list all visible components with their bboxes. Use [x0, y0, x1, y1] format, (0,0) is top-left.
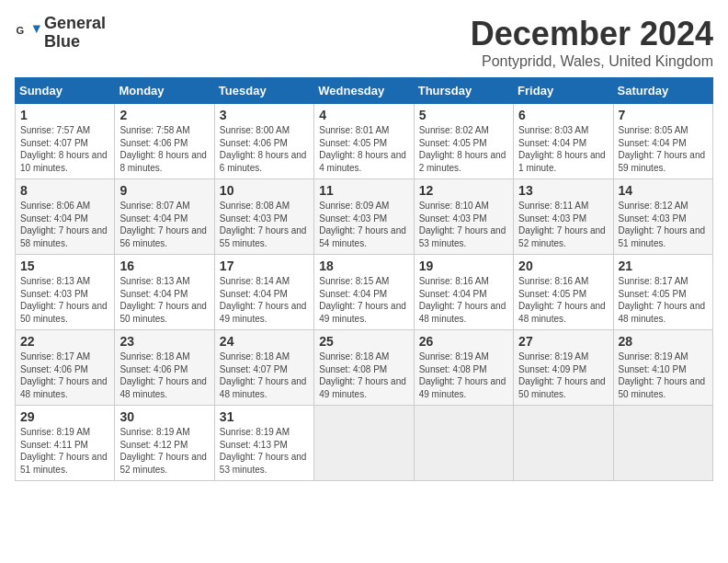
header-saturday: Saturday [613, 78, 712, 104]
cell-details: Sunrise: 8:19 AMSunset: 4:12 PMDaylight:… [119, 426, 209, 476]
cell-details: Sunrise: 8:16 AMSunset: 4:05 PMDaylight:… [518, 275, 608, 325]
day-number: 26 [419, 334, 508, 349]
day-number: 22 [20, 334, 109, 349]
cell-details: Sunrise: 7:58 AMSunset: 4:06 PMDaylight:… [119, 124, 209, 174]
calendar-cell: 25 Sunrise: 8:18 AMSunset: 4:08 PMDaylig… [314, 330, 414, 406]
week-row-5: 29 Sunrise: 8:19 AMSunset: 4:11 PMDaylig… [16, 406, 713, 481]
calendar-table: SundayMondayTuesdayWednesdayThursdayFrid… [15, 77, 713, 481]
day-number: 25 [319, 334, 408, 349]
cell-details: Sunrise: 8:05 AMSunset: 4:04 PMDaylight:… [619, 124, 708, 174]
logo: G General Blue [15, 15, 106, 52]
calendar-cell: 31 Sunrise: 8:19 AMSunset: 4:13 PMDaylig… [214, 406, 313, 481]
cell-details: Sunrise: 8:10 AMSunset: 4:03 PMDaylight:… [419, 200, 508, 249]
cell-details: Sunrise: 8:19 AMSunset: 4:08 PMDaylight:… [419, 350, 508, 400]
day-number: 30 [119, 409, 209, 424]
cell-details: Sunrise: 8:12 AMSunset: 4:03 PMDaylight:… [619, 200, 708, 249]
day-number: 24 [220, 334, 309, 349]
day-number: 29 [20, 409, 109, 424]
cell-details: Sunrise: 8:00 AMSunset: 4:06 PMDaylight:… [220, 124, 309, 174]
week-row-4: 22 Sunrise: 8:17 AMSunset: 4:06 PMDaylig… [16, 330, 713, 406]
svg-marker-1 [33, 25, 40, 32]
calendar-cell: 4 Sunrise: 8:01 AMSunset: 4:05 PMDayligh… [314, 104, 414, 179]
header-monday: Monday [115, 78, 214, 104]
cell-details: Sunrise: 8:13 AMSunset: 4:04 PMDaylight:… [119, 275, 209, 325]
header-sunday: Sunday [16, 78, 115, 104]
calendar-cell: 30 Sunrise: 8:19 AMSunset: 4:12 PMDaylig… [115, 406, 214, 481]
calendar-cell: 12 Sunrise: 8:10 AMSunset: 4:03 PMDaylig… [414, 179, 513, 255]
calendar-cell: 14 Sunrise: 8:12 AMSunset: 4:03 PMDaylig… [613, 179, 712, 255]
calendar-cell: 5 Sunrise: 8:02 AMSunset: 4:05 PMDayligh… [414, 104, 513, 179]
calendar-cell [514, 406, 613, 481]
cell-details: Sunrise: 8:17 AMSunset: 4:06 PMDaylight:… [20, 350, 109, 400]
calendar-cell: 7 Sunrise: 8:05 AMSunset: 4:04 PMDayligh… [613, 104, 712, 179]
cell-details: Sunrise: 8:17 AMSunset: 4:05 PMDaylight:… [619, 275, 708, 325]
location-title: Pontypridd, Wales, United Kingdom [471, 53, 713, 70]
calendar-cell: 22 Sunrise: 8:17 AMSunset: 4:06 PMDaylig… [16, 330, 115, 406]
day-number: 7 [619, 108, 708, 122]
day-number: 31 [220, 409, 309, 424]
header-wednesday: Wednesday [314, 78, 414, 104]
cell-details: Sunrise: 8:08 AMSunset: 4:03 PMDaylight:… [220, 200, 309, 249]
day-number: 20 [518, 259, 608, 273]
calendar-cell: 20 Sunrise: 8:16 AMSunset: 4:05 PMDaylig… [514, 255, 613, 330]
day-number: 21 [619, 259, 708, 273]
calendar-cell: 27 Sunrise: 8:19 AMSunset: 4:09 PMDaylig… [514, 330, 613, 406]
day-number: 10 [220, 183, 309, 198]
calendar-cell: 28 Sunrise: 8:19 AMSunset: 4:10 PMDaylig… [613, 330, 712, 406]
header-row: SundayMondayTuesdayWednesdayThursdayFrid… [16, 78, 713, 104]
calendar-cell [314, 406, 414, 481]
day-number: 17 [220, 259, 309, 273]
calendar-cell: 11 Sunrise: 8:09 AMSunset: 4:03 PMDaylig… [314, 179, 414, 255]
day-number: 23 [119, 334, 209, 349]
cell-details: Sunrise: 8:16 AMSunset: 4:04 PMDaylight:… [419, 275, 508, 325]
calendar-cell: 26 Sunrise: 8:19 AMSunset: 4:08 PMDaylig… [414, 330, 513, 406]
day-number: 27 [518, 334, 608, 349]
page-header: G General Blue December 2024 Pontypridd,… [15, 15, 713, 70]
cell-details: Sunrise: 8:07 AMSunset: 4:04 PMDaylight:… [119, 200, 209, 249]
calendar-cell: 1 Sunrise: 7:57 AMSunset: 4:07 PMDayligh… [16, 104, 115, 179]
calendar-cell [613, 406, 712, 481]
cell-details: Sunrise: 8:19 AMSunset: 4:13 PMDaylight:… [220, 426, 309, 476]
calendar-cell [414, 406, 513, 481]
cell-details: Sunrise: 8:03 AMSunset: 4:04 PMDaylight:… [518, 124, 608, 174]
day-number: 5 [419, 108, 508, 122]
cell-details: Sunrise: 8:14 AMSunset: 4:04 PMDaylight:… [220, 275, 309, 325]
week-row-2: 8 Sunrise: 8:06 AMSunset: 4:04 PMDayligh… [16, 179, 713, 255]
day-number: 13 [518, 183, 608, 198]
day-number: 14 [619, 183, 708, 198]
calendar-cell: 23 Sunrise: 8:18 AMSunset: 4:06 PMDaylig… [115, 330, 214, 406]
calendar-cell: 13 Sunrise: 8:11 AMSunset: 4:03 PMDaylig… [514, 179, 613, 255]
header-thursday: Thursday [414, 78, 513, 104]
calendar-cell: 16 Sunrise: 8:13 AMSunset: 4:04 PMDaylig… [115, 255, 214, 330]
cell-details: Sunrise: 8:01 AMSunset: 4:05 PMDaylight:… [319, 124, 408, 174]
day-number: 15 [20, 259, 109, 273]
week-row-3: 15 Sunrise: 8:13 AMSunset: 4:03 PMDaylig… [16, 255, 713, 330]
calendar-cell: 24 Sunrise: 8:18 AMSunset: 4:07 PMDaylig… [214, 330, 313, 406]
day-number: 18 [319, 259, 408, 273]
title-area: December 2024 Pontypridd, Wales, United … [471, 15, 713, 70]
calendar-cell: 29 Sunrise: 8:19 AMSunset: 4:11 PMDaylig… [16, 406, 115, 481]
logo-line2: Blue [44, 33, 106, 52]
cell-details: Sunrise: 8:13 AMSunset: 4:03 PMDaylight:… [20, 275, 109, 325]
cell-details: Sunrise: 8:02 AMSunset: 4:05 PMDaylight:… [419, 124, 508, 174]
day-number: 4 [319, 108, 408, 122]
day-number: 6 [518, 108, 608, 122]
day-number: 11 [319, 183, 408, 198]
cell-details: Sunrise: 8:19 AMSunset: 4:09 PMDaylight:… [518, 350, 608, 400]
header-tuesday: Tuesday [214, 78, 313, 104]
week-row-1: 1 Sunrise: 7:57 AMSunset: 4:07 PMDayligh… [16, 104, 713, 179]
calendar-cell: 19 Sunrise: 8:16 AMSunset: 4:04 PMDaylig… [414, 255, 513, 330]
cell-details: Sunrise: 7:57 AMSunset: 4:07 PMDaylight:… [20, 124, 109, 174]
day-number: 3 [220, 108, 309, 122]
cell-details: Sunrise: 8:18 AMSunset: 4:07 PMDaylight:… [220, 350, 309, 400]
calendar-cell: 8 Sunrise: 8:06 AMSunset: 4:04 PMDayligh… [16, 179, 115, 255]
cell-details: Sunrise: 8:11 AMSunset: 4:03 PMDaylight:… [518, 200, 608, 249]
cell-details: Sunrise: 8:18 AMSunset: 4:06 PMDaylight:… [119, 350, 209, 400]
header-friday: Friday [514, 78, 613, 104]
calendar-cell: 21 Sunrise: 8:17 AMSunset: 4:05 PMDaylig… [613, 255, 712, 330]
day-number: 1 [20, 108, 109, 122]
logo-icon: G [15, 20, 40, 46]
day-number: 9 [119, 183, 209, 198]
logo-line1: General [44, 15, 106, 33]
calendar-cell: 10 Sunrise: 8:08 AMSunset: 4:03 PMDaylig… [214, 179, 313, 255]
